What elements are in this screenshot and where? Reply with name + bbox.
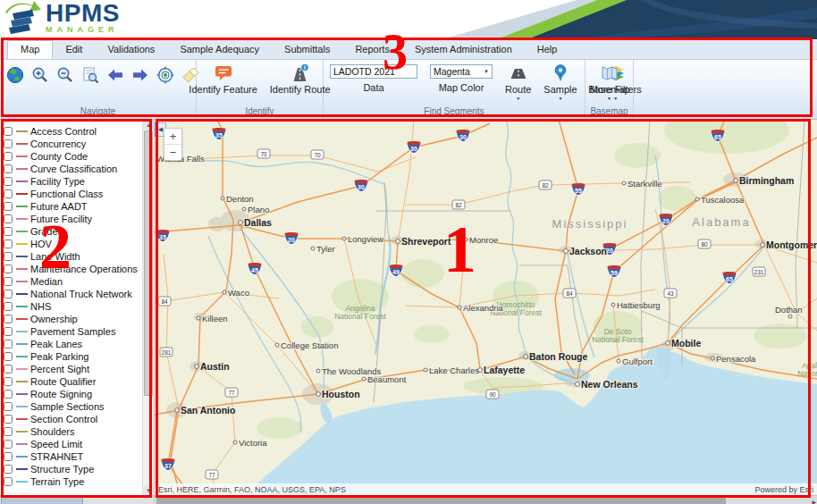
layer-item[interactable]: Ownership	[1, 313, 141, 325]
layer-checkbox[interactable]	[4, 127, 13, 136]
layer-checkbox[interactable]	[4, 152, 13, 161]
layer-checkbox[interactable]	[4, 340, 13, 349]
zoom-out-icon[interactable]	[56, 66, 74, 84]
layer-checkbox[interactable]	[4, 477, 13, 486]
layer-item[interactable]: STRAHNET	[1, 450, 141, 463]
layer-checkbox[interactable]	[4, 415, 13, 424]
route-button[interactable]: Route ▼	[499, 60, 537, 101]
scroll-down-icon[interactable]: ▼	[143, 485, 154, 495]
city-dot	[396, 239, 400, 244]
zoom-in-icon[interactable]	[31, 66, 49, 84]
tab-system-administration[interactable]: System Administration	[402, 40, 525, 59]
basemap-button[interactable]: Basemap ▼	[582, 60, 636, 101]
layer-checkbox[interactable]	[4, 465, 13, 474]
sample-button[interactable]: Sample ▼	[537, 60, 583, 101]
layer-checkbox[interactable]	[4, 202, 13, 211]
layer-item[interactable]: Maintenance Operations	[1, 263, 141, 275]
back-arrow-icon[interactable]	[106, 66, 124, 84]
layer-checkbox[interactable]	[4, 189, 13, 198]
layer-item[interactable]: HOV	[1, 238, 141, 250]
scroll-right-icon[interactable]: ▶	[812, 496, 816, 504]
zoom-in-button[interactable]: +	[164, 129, 181, 144]
svg-text:45: 45	[251, 267, 258, 273]
map-viewport[interactable]: 35 35 30 30 30 20 20 20 45 49 55 59 65 6…	[155, 120, 817, 504]
data-input[interactable]	[330, 64, 417, 79]
layer-checkbox[interactable]	[4, 327, 13, 336]
layer-item[interactable]: National Truck Network	[1, 288, 141, 300]
layer-item[interactable]: Functional Class	[1, 188, 141, 200]
layer-item[interactable]: Grade	[1, 225, 141, 238]
tab-sample-adequacy[interactable]: Sample Adequacy	[167, 40, 272, 59]
tab-validations[interactable]: Validations	[95, 40, 167, 59]
layer-checkbox[interactable]	[4, 377, 13, 386]
layer-item[interactable]: Concurrency	[1, 138, 141, 150]
layer-item[interactable]: Percent Sight	[1, 363, 141, 375]
map-canvas[interactable]: 35 35 30 30 30 20 20 20 45 49 55 59 65 6…	[155, 120, 817, 501]
layer-item[interactable]: Future AADT	[1, 200, 141, 213]
layer-item[interactable]: Future Facility	[1, 213, 141, 225]
layer-item[interactable]: Route Signing	[1, 388, 141, 400]
layer-checkbox[interactable]	[4, 402, 13, 411]
forward-arrow-icon[interactable]	[131, 66, 149, 84]
layer-checkbox[interactable]	[4, 302, 13, 311]
logo-subtitle: MANAGER	[46, 25, 120, 34]
map-horizontal-scrollbar[interactable]: ▶	[155, 495, 817, 504]
tab-help[interactable]: Help	[525, 40, 570, 59]
layer-checkbox[interactable]	[4, 139, 13, 148]
map-color-select[interactable]: Magenta ▼	[430, 64, 493, 79]
layer-checkbox[interactable]	[4, 227, 13, 236]
layer-item[interactable]: Curve Classification	[1, 163, 141, 175]
layer-checkbox[interactable]	[4, 277, 13, 286]
layer-checkbox[interactable]	[4, 365, 13, 374]
layer-checkbox[interactable]	[4, 390, 13, 399]
scrollbar-thumb[interactable]	[156, 497, 726, 504]
layer-item[interactable]: Speed Limit	[1, 438, 141, 450]
center-map-icon[interactable]	[156, 66, 174, 84]
tab-reports[interactable]: Reports	[342, 40, 402, 59]
layer-checkbox[interactable]	[4, 352, 13, 361]
scrollbar-thumb[interactable]	[1, 497, 83, 504]
scrollbar-thumb[interactable]	[144, 130, 153, 396]
layer-item[interactable]: Structure Type	[1, 463, 141, 475]
tab-map[interactable]: Map	[7, 40, 53, 59]
layer-item[interactable]: Facility Type	[1, 175, 141, 188]
app-header: HPMS MANAGER	[0, 0, 817, 39]
scroll-up-icon[interactable]: ▲	[143, 120, 154, 130]
sidebar-horizontal-scrollbar[interactable]	[0, 495, 154, 504]
layer-item[interactable]: NHS	[1, 300, 141, 313]
layer-color-swatch	[16, 243, 28, 245]
layer-item[interactable]: Lane Width	[1, 250, 141, 263]
layer-checkbox[interactable]	[4, 239, 13, 248]
layer-item[interactable]: Peak Lanes	[1, 338, 141, 350]
zoom-out-button[interactable]: −	[164, 144, 181, 160]
layer-item[interactable]: Peak Parking	[1, 350, 141, 363]
city-label: Victoria	[239, 438, 267, 448]
layer-checkbox[interactable]	[4, 252, 13, 261]
tab-edit[interactable]: Edit	[53, 40, 95, 59]
layer-checkbox[interactable]	[4, 214, 13, 223]
layer-checkbox[interactable]	[4, 440, 13, 449]
layer-checkbox[interactable]	[4, 427, 13, 436]
layer-checkbox[interactable]	[4, 452, 13, 461]
layer-item[interactable]: Section Control	[1, 413, 141, 425]
layer-item[interactable]: Median	[1, 275, 141, 288]
layer-checkbox[interactable]	[4, 177, 13, 186]
layer-checkbox[interactable]	[4, 164, 13, 173]
layer-item[interactable]: Pavement Samples	[1, 325, 141, 338]
globe-icon[interactable]	[6, 66, 24, 84]
layer-color-swatch	[16, 256, 28, 257]
sidebar-vertical-scrollbar[interactable]: ▲ ▼	[142, 120, 154, 495]
layer-item[interactable]: County Code	[1, 150, 141, 163]
layer-checkbox[interactable]	[4, 290, 13, 298]
city-dot	[478, 368, 483, 373]
identify-feature-button[interactable]: Identify Feature	[182, 60, 263, 95]
layer-item[interactable]: Access Control	[1, 125, 141, 138]
layer-item[interactable]: Sample Sections	[1, 400, 141, 413]
layer-checkbox[interactable]	[4, 265, 13, 273]
zoom-to-selection-icon[interactable]	[81, 66, 99, 84]
layer-checkbox[interactable]	[4, 315, 13, 323]
layer-item[interactable]: Route Qualifier	[1, 375, 141, 388]
layer-item[interactable]: Terrain Type	[1, 475, 141, 488]
tab-submittals[interactable]: Submittals	[272, 40, 342, 59]
layer-item[interactable]: Shoulders	[1, 425, 141, 438]
